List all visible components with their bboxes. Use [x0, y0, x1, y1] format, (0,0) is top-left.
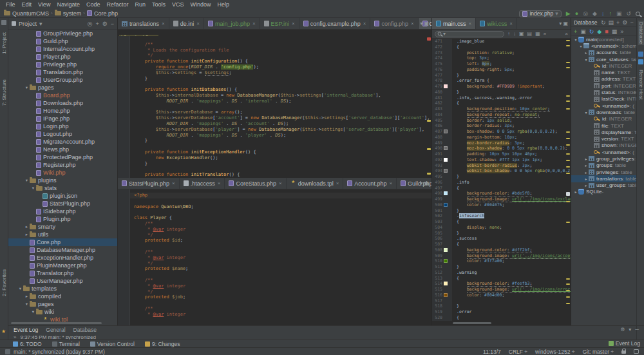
- db-item-unnamed[interactable]: <unnamed>: (: [571, 102, 636, 109]
- code-area-player-php[interactable]: <?php namespace Quantum\DBO; class Playe…: [118, 189, 431, 325]
- tree-item-Core.php[interactable]: Core.php: [8, 238, 117, 246]
- db-item-main[interactable]: ▾main [connected]: [571, 36, 636, 43]
- line-number[interactable]: 493: [432, 163, 444, 169]
- menu-window[interactable]: Window: [187, 1, 214, 8]
- tree-toggle-icon[interactable]: ▸: [583, 170, 589, 175]
- tool-button-remote-host[interactable]: Remote Host: [638, 70, 644, 100]
- line-number[interactable]: 516: [432, 293, 444, 298]
- db-item-group_privileges[interactable]: ▸group_privileges: table: [571, 155, 636, 162]
- breadcrumb-item[interactable]: QuantumCMS: [4, 10, 49, 17]
- db-item-unnamed[interactable]: ▾<unnamed>: schema: [571, 43, 636, 49]
- db-item-file[interactable]: file: TEXT: [571, 122, 636, 129]
- tree-item-Wiki.php[interactable]: Wiki.php: [8, 169, 117, 177]
- tree-item-Logout.php[interactable]: Logout.php: [8, 130, 117, 138]
- tree-item-stats[interactable]: ▾stats: [8, 184, 117, 192]
- minimize-icon[interactable]: ─: [635, 327, 639, 332]
- tree-item-UserGroup.php[interactable]: UserGroup.php: [8, 76, 117, 84]
- db-item-accounts[interactable]: ▸accounts: table: [571, 50, 636, 56]
- tree-toggle-icon[interactable]: ▾: [573, 37, 578, 42]
- tab-bar-options[interactable]: ▾ ▣: [559, 18, 568, 29]
- line-number[interactable]: 506: [432, 236, 444, 242]
- run-button[interactable]: ▶: [566, 10, 571, 17]
- line-number[interactable]: 481: [432, 95, 444, 101]
- search-input[interactable]: ▾: [435, 31, 504, 37]
- line-number[interactable]: 515: [432, 287, 444, 293]
- line-number[interactable]: 509: [432, 253, 444, 259]
- tree-item-compiled[interactable]: ▸compiled: [8, 293, 117, 300]
- event-log-tab-database[interactable]: Database: [73, 327, 97, 333]
- line-number[interactable]: 494: [432, 168, 444, 174]
- tool-button--changes[interactable]: 9: Changes: [145, 341, 180, 347]
- tree-item-plugin.json[interactable]: plugin.json: [8, 192, 117, 200]
- line-number[interactable]: 505: [432, 231, 444, 236]
- line-number[interactable]: 510: [432, 258, 444, 264]
- tree-item-PluginManager.php[interactable]: PluginManager.php: [8, 262, 117, 269]
- tool-windows-icon[interactable]: [1, 20, 6, 25]
- line-number[interactable]: 473: [432, 50, 444, 56]
- tool-button-database[interactable]: Database: [638, 21, 644, 45]
- refresh-icon[interactable]: ↻: [601, 19, 606, 26]
- line-number[interactable]: 482: [432, 101, 444, 106]
- tree-item-Downloads.php[interactable]: Downloads.php: [8, 99, 117, 107]
- line-number[interactable]: 520: [432, 315, 444, 321]
- line-number[interactable]: 491: [432, 151, 444, 157]
- tool-button-favorites[interactable]: 2: Favorites: [1, 269, 7, 296]
- next-occurrence-icon[interactable]: ↓: [513, 31, 516, 37]
- background-tasks-icon[interactable]: [5, 349, 10, 354]
- project-tree-hscrollbar[interactable]: [11, 322, 102, 324]
- db-item-id[interactable]: id: INTEGER: [571, 116, 636, 122]
- db-item-displayName[interactable]: displayName: TEXT: [571, 129, 636, 135]
- tree-item-Translator.php[interactable]: Translator.php: [8, 269, 117, 277]
- error-stripe-mark[interactable]: [566, 160, 570, 161]
- line-number[interactable]: 484: [432, 112, 444, 118]
- error-stripe-mark[interactable]: [566, 144, 570, 146]
- stop-icon[interactable]: ■: [605, 28, 608, 35]
- database-console-icon[interactable]: [638, 52, 643, 57]
- tab-.htaccess[interactable]: .htaccess×: [180, 178, 225, 189]
- tab-StatsPlugin.php[interactable]: StatsPlugin.php×: [118, 178, 180, 189]
- tab-config.example.php[interactable]: config.example.php×: [299, 18, 371, 29]
- css-editor-hscrollbar[interactable]: [453, 322, 491, 324]
- tree-item-MigrateAccount.php[interactable]: MigrateAccount.php: [8, 138, 117, 146]
- new-datasource-icon[interactable]: +: [574, 28, 577, 35]
- close-tab-icon[interactable]: ×: [218, 180, 221, 186]
- tree-item-ProtectedPage.php[interactable]: ProtectedPage.php: [8, 153, 117, 161]
- hide-panel-icon[interactable]: −: [111, 21, 114, 27]
- tree-item-pages[interactable]: ▾pages: [8, 300, 117, 308]
- db-item-core_statuses[interactable]: ▾core_statuses: table: [571, 56, 636, 62]
- tool-button-project[interactable]: 1: Project: [1, 32, 7, 54]
- error-stripe-mark[interactable]: [566, 222, 570, 223]
- db-item-status[interactable]: status: INTEGER: [571, 89, 636, 95]
- line-number[interactable]: 500: [432, 202, 444, 208]
- tree-item-ISidebar.php[interactable]: ISidebar.php: [8, 207, 117, 215]
- status-widget[interactable]: 11:13/7: [483, 349, 501, 355]
- highlight-icon[interactable]: ▦: [535, 31, 540, 37]
- tree-toggle-icon[interactable]: ▸: [583, 177, 589, 181]
- tree-toggle-icon[interactable]: ▸: [583, 157, 589, 161]
- error-stripe-mark[interactable]: [566, 108, 570, 110]
- close-tab-icon[interactable]: ×: [172, 180, 175, 186]
- tree-toggle-icon[interactable]: ▸: [583, 183, 589, 187]
- search-everywhere-icon[interactable]: [636, 12, 640, 16]
- close-tab-icon[interactable]: ×: [469, 21, 472, 26]
- tree-item-plugins[interactable]: ▾plugins: [8, 177, 117, 184]
- menu-help[interactable]: Help: [214, 1, 233, 8]
- tree-toggle-icon[interactable]: ▾: [30, 309, 36, 314]
- error-stripe-mark[interactable]: [566, 192, 570, 196]
- code-area-main-css[interactable]: 471.image_blue472{473 position: relative…: [432, 39, 571, 325]
- tab-bar-options[interactable]: ▾ ▣: [420, 178, 429, 189]
- tree-item-wiki[interactable]: ▾wiki: [8, 308, 117, 316]
- tab-bar-options[interactable]: ▾ ▣: [420, 18, 429, 29]
- line-number[interactable]: 513: [432, 276, 444, 282]
- line-number[interactable]: 485: [432, 118, 444, 124]
- close-tab-icon[interactable]: ×: [292, 21, 295, 26]
- status-widget[interactable]: windows-1252 ÷: [535, 349, 574, 355]
- tree-toggle-icon[interactable]: ▾: [24, 302, 30, 307]
- error-stripe-mark[interactable]: [566, 131, 570, 133]
- menu-code[interactable]: Code: [83, 1, 104, 8]
- tree-toggle-icon[interactable]: ▸: [24, 224, 30, 229]
- more-icon[interactable]: »: [620, 28, 623, 35]
- line-number[interactable]: 471: [432, 39, 444, 44]
- line-number[interactable]: 483: [432, 106, 444, 112]
- tree-item-Home.php[interactable]: Home.php: [8, 107, 117, 115]
